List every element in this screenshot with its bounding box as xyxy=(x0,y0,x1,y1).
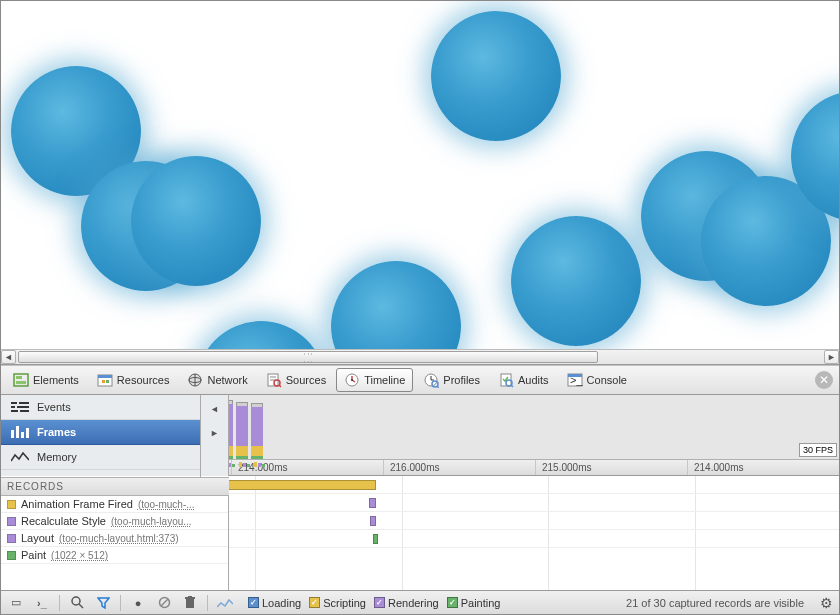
svg-rect-36 xyxy=(11,430,14,438)
sidebar-item-events[interactable]: Events xyxy=(1,395,200,420)
record-label: Layout xyxy=(21,532,54,544)
svg-rect-0 xyxy=(14,374,28,386)
sidebar-item-frames[interactable]: Frames xyxy=(1,420,200,445)
tab-profiles[interactable]: Profiles xyxy=(415,368,488,392)
record-link[interactable]: (1022 × 512) xyxy=(51,550,108,561)
trash-icon[interactable] xyxy=(181,594,199,612)
checkbox-icon[interactable]: ✓ xyxy=(447,597,458,608)
elements-icon xyxy=(13,372,29,388)
tab-label: Audits xyxy=(518,374,549,386)
svg-point-18 xyxy=(351,379,353,381)
record-link[interactable]: (too-much-... xyxy=(138,499,195,510)
tab-label: Sources xyxy=(286,374,326,386)
record-link[interactable]: (too-much-layou... xyxy=(111,516,192,527)
timeline-icon xyxy=(344,372,360,388)
glue-icon[interactable] xyxy=(216,594,234,612)
tab-label: Elements xyxy=(33,374,79,386)
sidebar-item-label: Events xyxy=(37,401,71,413)
tab-label: Timeline xyxy=(364,374,405,386)
svg-rect-46 xyxy=(185,597,195,599)
svg-rect-4 xyxy=(98,375,112,378)
scrollbar-thumb[interactable] xyxy=(18,351,598,363)
legend-item-scripting[interactable]: ✓Scripting xyxy=(309,597,366,609)
ball xyxy=(431,11,561,141)
tab-console[interactable]: >_Console xyxy=(559,368,635,392)
fps-badge: 30 FPS xyxy=(799,443,837,457)
search-icon[interactable] xyxy=(68,594,86,612)
horizontal-scrollbar[interactable]: ◄ ► xyxy=(1,349,839,365)
sources-icon xyxy=(266,372,282,388)
timeline-bar[interactable] xyxy=(373,534,378,544)
close-icon[interactable]: ✕ xyxy=(815,371,833,389)
tab-label: Profiles xyxy=(443,374,480,386)
frames-icon xyxy=(11,425,29,439)
gear-icon[interactable]: ⚙ xyxy=(820,595,833,611)
record-row[interactable]: Animation Frame Fired (too-much-... xyxy=(1,496,228,513)
checkbox-icon[interactable]: ✓ xyxy=(374,597,385,608)
audits-icon xyxy=(498,372,514,388)
checkbox-icon[interactable]: ✓ xyxy=(248,597,259,608)
devtools-tabbar: ElementsResourcesNetworkSourcesTimelineP… xyxy=(1,365,839,395)
record-icon[interactable]: ● xyxy=(129,594,147,612)
record-link[interactable]: (too-much-layout.html:373) xyxy=(59,533,179,544)
network-icon xyxy=(187,372,203,388)
record-label: Paint xyxy=(21,549,46,561)
tab-network[interactable]: Network xyxy=(179,368,255,392)
record-row[interactable]: Layout (too-much-layout.html:373) xyxy=(1,530,228,547)
filter-icon[interactable] xyxy=(94,594,112,612)
frame-bar[interactable] xyxy=(251,403,263,459)
record-label: Recalculate Style xyxy=(21,515,106,527)
scroll-left-icon[interactable]: ◄ xyxy=(1,350,16,364)
ball xyxy=(196,321,326,349)
timeline-bar[interactable] xyxy=(226,480,376,490)
timeline-bar[interactable] xyxy=(370,516,376,526)
record-row[interactable]: Recalculate Style (too-much-layou... xyxy=(1,513,228,530)
tab-label: Resources xyxy=(117,374,170,386)
legend-item-loading[interactable]: ✓Loading xyxy=(248,597,301,609)
legend-label: Scripting xyxy=(323,597,366,609)
sidebar-item-memory[interactable]: Memory xyxy=(1,445,200,470)
checkbox-icon[interactable]: ✓ xyxy=(309,597,320,608)
timeline-bar[interactable] xyxy=(369,498,376,508)
profiles-icon xyxy=(423,372,439,388)
prev-frame-icon[interactable]: ◄ xyxy=(205,399,225,419)
resources-icon xyxy=(97,372,113,388)
svg-point-40 xyxy=(72,597,80,605)
tab-elements[interactable]: Elements xyxy=(5,368,87,392)
clear-icon[interactable] xyxy=(155,594,173,612)
frame-bar[interactable] xyxy=(236,402,248,459)
tab-audits[interactable]: Audits xyxy=(490,368,557,392)
record-label: Animation Frame Fired xyxy=(21,498,133,510)
tab-label: Network xyxy=(207,374,247,386)
console-toggle-icon[interactable]: ›_ xyxy=(33,594,51,612)
tab-label: Console xyxy=(587,374,627,386)
status-text: 21 of 30 captured records are visible xyxy=(626,597,804,609)
records-canvas[interactable]: ▶ xyxy=(201,476,839,590)
legend-item-rendering[interactable]: ✓Rendering xyxy=(374,597,439,609)
timeline-pane: 30 FPS 214.000ms216.000ms215.000ms214.00… xyxy=(201,395,839,590)
record-row[interactable]: Paint (1022 × 512) xyxy=(1,547,228,564)
svg-rect-45 xyxy=(186,599,194,608)
svg-line-23 xyxy=(437,386,439,388)
next-frame-icon[interactable]: ► xyxy=(205,423,225,443)
svg-marker-42 xyxy=(98,598,109,608)
tab-resources[interactable]: Resources xyxy=(89,368,178,392)
statusbar: ▭ ›_ ● ✓Loading✓Scripting✓Rendering✓Pain… xyxy=(1,590,839,614)
ball xyxy=(511,216,641,346)
tab-sources[interactable]: Sources xyxy=(258,368,334,392)
scroll-right-icon[interactable]: ► xyxy=(824,350,839,364)
canvas-row xyxy=(201,494,839,512)
memory-icon xyxy=(11,450,29,464)
tab-timeline[interactable]: Timeline xyxy=(336,368,413,392)
svg-rect-6 xyxy=(106,380,109,383)
svg-rect-39 xyxy=(26,428,29,438)
svg-rect-38 xyxy=(21,432,24,438)
svg-line-41 xyxy=(79,604,83,608)
svg-rect-5 xyxy=(102,380,105,383)
frame-chart[interactable]: 30 FPS xyxy=(201,395,839,460)
legend-item-painting[interactable]: ✓Painting xyxy=(447,597,501,609)
svg-rect-37 xyxy=(16,426,19,438)
page-viewport xyxy=(1,1,839,349)
dock-icon[interactable]: ▭ xyxy=(7,594,25,612)
sidebar-item-label: Memory xyxy=(37,451,77,463)
